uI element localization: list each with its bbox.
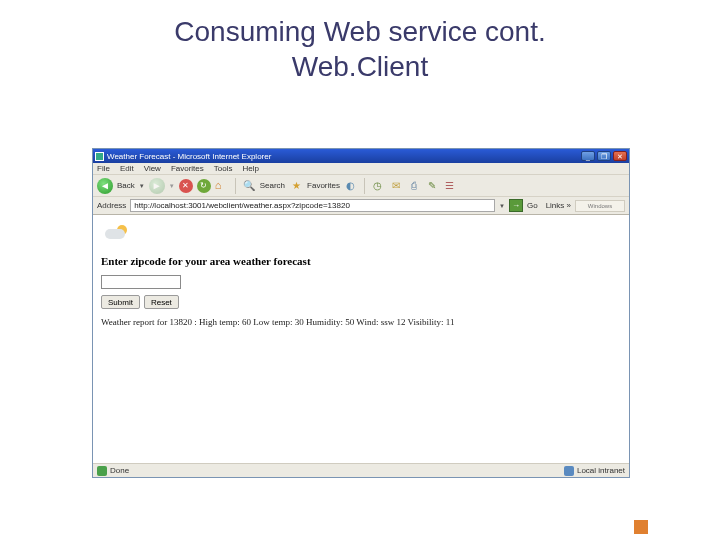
page-heading: Enter zipcode for your area weather fore… (101, 255, 621, 267)
links-item[interactable]: Windows (575, 200, 625, 212)
stop-icon: ✕ (182, 181, 189, 190)
window-title: Weather Forecast - Microsoft Internet Ex… (107, 152, 581, 161)
submit-button[interactable]: Submit (101, 295, 140, 309)
address-input[interactable]: http://localhost:3001/webclient/weather.… (130, 199, 495, 212)
page-content: Enter zipcode for your area weather fore… (93, 215, 629, 463)
home-button[interactable]: ⌂ (215, 179, 229, 193)
refresh-icon: ↻ (200, 181, 207, 190)
slide-title: Consuming Web service cont. Web.Client (0, 14, 720, 84)
mail-button[interactable]: ✉ (389, 179, 403, 193)
ie-window: Weather Forecast - Microsoft Internet Ex… (92, 148, 630, 478)
minimize-button[interactable]: _ (581, 151, 595, 161)
slide-title-line1: Consuming Web service cont. (174, 16, 545, 47)
history-button[interactable]: ◷ (371, 179, 385, 193)
address-bar: Address http://localhost:3001/webclient/… (93, 197, 629, 215)
print-button[interactable]: ⎙ (407, 179, 421, 193)
slide-footer-marker (634, 520, 648, 534)
forward-arrow-icon: ► (152, 180, 162, 191)
status-zone-text: Local intranet (577, 466, 625, 475)
forward-button[interactable]: ► (149, 178, 165, 194)
search-icon: 🔍 (243, 180, 255, 191)
menu-tools[interactable]: Tools (214, 164, 233, 173)
address-label: Address (97, 201, 126, 210)
back-button[interactable]: ◄ (97, 178, 113, 194)
weather-icon (101, 223, 129, 247)
links-label[interactable]: Links » (546, 201, 571, 210)
toolbar-separator (235, 178, 236, 194)
maximize-button[interactable]: ❐ (597, 151, 611, 161)
favorites-label: Favorites (307, 181, 340, 190)
form-buttons: Submit Reset (101, 295, 621, 309)
back-label: Back (117, 181, 135, 190)
address-dropdown-icon[interactable]: ▼ (499, 203, 505, 209)
go-arrow-icon: → (512, 201, 520, 210)
favorites-button[interactable]: ★ (289, 179, 303, 193)
toolbar-separator-2 (364, 178, 365, 194)
go-label: Go (527, 201, 538, 210)
refresh-button[interactable]: ↻ (197, 179, 211, 193)
menu-file[interactable]: File (97, 164, 110, 173)
go-button[interactable]: → (509, 199, 523, 212)
zipcode-input[interactable] (101, 275, 181, 289)
close-button[interactable]: ✕ (613, 151, 627, 161)
menu-edit[interactable]: Edit (120, 164, 134, 173)
edit-button[interactable]: ✎ (425, 179, 439, 193)
back-dropdown-icon[interactable]: ▼ (139, 183, 145, 189)
ie-favicon-icon (95, 152, 104, 161)
back-arrow-icon: ◄ (100, 180, 110, 191)
toolbar: ◄ Back ▼ ► ▼ ✕ ↻ ⌂ 🔍 Search ★ Favorites … (93, 175, 629, 197)
menu-bar: File Edit View Favorites Tools Help (93, 163, 629, 175)
forward-dropdown-icon[interactable]: ▼ (169, 183, 175, 189)
window-titlebar: Weather Forecast - Microsoft Internet Ex… (93, 149, 629, 163)
window-buttons: _ ❐ ✕ (581, 151, 627, 161)
menu-favorites[interactable]: Favorites (171, 164, 204, 173)
stop-button[interactable]: ✕ (179, 179, 193, 193)
status-done-icon (97, 466, 107, 476)
slide-title-line2: Web.Client (292, 51, 428, 82)
weather-result: Weather report for 13820 : High temp: 60… (101, 317, 621, 327)
star-icon: ★ (292, 180, 301, 191)
menu-help[interactable]: Help (242, 164, 258, 173)
status-bar: Done Local intranet (93, 463, 629, 477)
reset-button[interactable]: Reset (144, 295, 179, 309)
search-button[interactable]: 🔍 (242, 179, 256, 193)
menu-view[interactable]: View (144, 164, 161, 173)
zone-icon (564, 466, 574, 476)
address-value: http://localhost:3001/webclient/weather.… (134, 201, 349, 210)
home-icon: ⌂ (215, 179, 222, 191)
media-button[interactable]: ◐ (344, 179, 358, 193)
status-done-text: Done (110, 466, 129, 475)
search-label: Search (260, 181, 285, 190)
discuss-button[interactable]: ☰ (443, 179, 457, 193)
